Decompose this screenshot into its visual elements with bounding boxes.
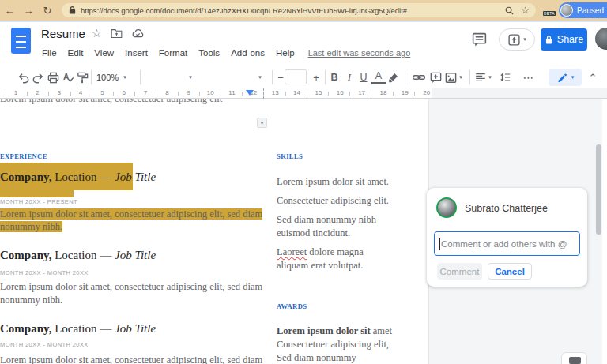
ruler-number: 4 (77, 89, 84, 96)
skill-line-4b: aliquam erat volutpat. (277, 260, 363, 272)
menu-edit[interactable]: Edit (62, 47, 89, 59)
font-dropdown[interactable]: ▾ (253, 70, 267, 84)
ruler-number: 11 (227, 89, 236, 96)
ruler-number: 16 (335, 89, 345, 96)
ruler-number: 14 (292, 89, 302, 96)
beta-extension-icon[interactable]: BETA (544, 2, 556, 18)
increase-font-size-button[interactable]: + (309, 70, 323, 84)
dates-line-2: MONTH 20XX - MONTH 20XX (0, 269, 89, 276)
body-line-1b: nonummy nibh. (0, 220, 62, 233)
last-edit-link[interactable]: Last edit was seconds ago (308, 47, 411, 59)
column-divider-marker (263, 88, 264, 99)
address-bar[interactable]: https://docs.google.com/document/d/14ezJ… (62, 3, 536, 17)
browser-forward-icon[interactable]: → (19, 5, 38, 17)
editing-mode-caret: ▾ (571, 74, 575, 81)
paint-format-button[interactable] (75, 70, 89, 84)
font-size-input[interactable] (285, 69, 307, 84)
ruler-number: 7 (142, 89, 149, 96)
editing-mode-selector[interactable]: ▾ (549, 69, 582, 86)
italic-button[interactable]: I (342, 70, 356, 84)
clipped-paragraph: Lorem ipsum dolor sit amet, consectetuer… (0, 99, 222, 105)
body-line-2b: nonummy nibh. (0, 294, 62, 306)
ruler-number: 10 (205, 89, 216, 96)
browser-back-icon[interactable]: ← (0, 5, 19, 17)
bold-button[interactable]: B (327, 70, 341, 84)
zoom-page-icon[interactable] (504, 6, 515, 16)
account-avatar[interactable] (595, 28, 607, 50)
ruler-number: 17 (356, 89, 367, 96)
menu-help[interactable]: Help (270, 47, 300, 59)
editing-toolbar: A 100% ▾ ▾ ▾ − + B I U A (0, 66, 607, 88)
more-options-button[interactable]: ⋯ (522, 70, 536, 84)
browser-reload-icon[interactable]: ↻ (38, 5, 57, 17)
highlight-strip (0, 190, 74, 197)
skill-line-4a: Laoreet dolore magna (277, 246, 364, 258)
zoom-caret-icon: ▾ (123, 74, 126, 81)
indent-marker[interactable] (246, 90, 254, 96)
award-line-2: Consectetuer adipiscing elit, (277, 339, 389, 351)
comment-cancel-button[interactable]: Cancel (488, 263, 532, 280)
line-spacing-button[interactable] (498, 70, 512, 84)
skill-line-1: Lorem ipsum dolor sit amet. (277, 176, 389, 188)
award-line-3: Sed diam nonummy (277, 352, 356, 364)
insert-link-button[interactable] (412, 70, 426, 84)
zoom-selector[interactable]: 100% ▾ (96, 70, 126, 84)
document-page[interactable]: Lorem ipsum dolor sit amet, consectetuer… (0, 99, 428, 364)
ruler-number: 8 (164, 89, 170, 96)
commenter-avatar (436, 197, 457, 218)
collapse-toolbar-button[interactable]: ⌃ (586, 70, 600, 84)
bookmark-star-icon[interactable]: ☆ (521, 5, 530, 16)
skill-line-2: Consectetuer adipiscing elit. (277, 195, 389, 207)
menu-view[interactable]: View (89, 47, 119, 59)
skills-heading: SKILLS (277, 152, 303, 160)
job-title-line-3: Company, Location — Job Title (0, 322, 156, 336)
star-document-icon[interactable]: ☆ (92, 27, 102, 39)
menu-format[interactable]: Format (153, 47, 193, 59)
collapse-widget[interactable]: ▾ (257, 118, 267, 128)
ruler-number: 20 (421, 89, 432, 96)
spellcheck-button[interactable]: A (61, 70, 75, 84)
styles-dropdown[interactable]: ▾ (183, 70, 198, 84)
document-title[interactable]: Resume (41, 27, 85, 40)
menu-file[interactable]: File (36, 47, 62, 59)
open-comment-history-button[interactable] (471, 32, 488, 48)
award-line-1: Lorem ipsum dolor sit amet (277, 325, 392, 337)
menu-addons[interactable]: Add-ons (225, 47, 270, 59)
cloud-status-icon[interactable] (131, 28, 145, 39)
add-comment-button[interactable] (428, 70, 443, 84)
browser-toolbar: ← → ↻ https://docs.google.com/document/d… (0, 0, 607, 21)
share-lock-icon (545, 35, 553, 45)
text-color-button[interactable]: A (371, 70, 386, 84)
commenter-name: Subrato Chatterjee (465, 203, 548, 214)
ruler-number: 6 (121, 89, 127, 96)
profile-paused-chip[interactable]: Paused (559, 2, 607, 18)
highlight-color-button[interactable] (386, 70, 401, 84)
underline-button[interactable]: U (356, 70, 371, 84)
menu-tools[interactable]: Tools (193, 47, 225, 59)
comment-input[interactable]: Comment or add others with @ (434, 231, 580, 256)
screen: ← → ↻ https://docs.google.com/document/d… (0, 0, 607, 364)
scrollbar-track[interactable] (602, 99, 607, 364)
align-caret[interactable]: ▾ (486, 70, 494, 84)
skill-line-3a: Sed diam nonummy nibh (277, 214, 376, 226)
insert-image-caret[interactable]: ▾ (457, 70, 465, 84)
explore-button-partial[interactable] (561, 352, 587, 364)
misspelled-word: Laoreet (277, 246, 307, 257)
menu-insert[interactable]: Insert (119, 47, 153, 59)
present-button[interactable]: ▾ (499, 28, 535, 51)
ruler-number: 2 (34, 89, 40, 96)
document-canvas: Lorem ipsum dolor sit amet, consectetuer… (0, 99, 607, 364)
move-folder-icon[interactable] (111, 28, 123, 39)
docs-app-icon[interactable] (11, 28, 31, 54)
redo-button[interactable] (31, 70, 45, 84)
job-title-line-2: Company, Location — Job Title (0, 249, 156, 262)
undo-button[interactable] (16, 70, 30, 84)
scrollbar-thumb[interactable] (596, 144, 601, 235)
print-button[interactable] (46, 70, 60, 84)
share-button[interactable]: Share (541, 28, 587, 51)
lock-icon (68, 6, 77, 15)
ruler-number: 19 (400, 89, 410, 96)
insert-image-button[interactable] (443, 70, 458, 84)
experience-heading: EXPERIENCE (0, 152, 47, 160)
comment-submit-button[interactable]: Comment (437, 263, 482, 280)
